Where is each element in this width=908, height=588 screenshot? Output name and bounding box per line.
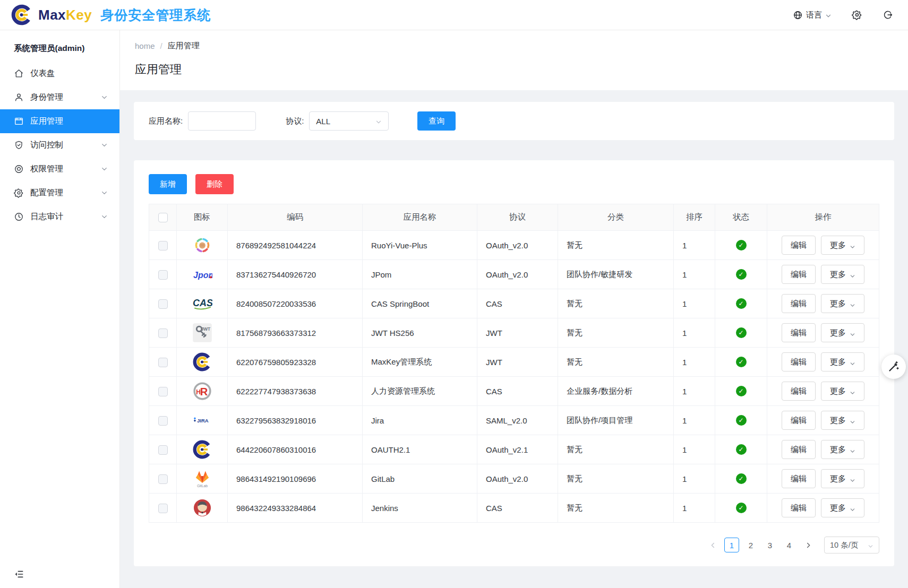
floating-tool-button[interactable] bbox=[881, 354, 906, 379]
sidebar-item-config[interactable]: 配置管理 bbox=[0, 181, 119, 205]
row-checkbox[interactable] bbox=[158, 387, 168, 396]
cell-code: 986431492190109696 bbox=[228, 464, 363, 494]
breadcrumb-current: 应用管理 bbox=[168, 41, 200, 51]
maxkey-logo bbox=[192, 351, 213, 373]
page-button-4[interactable]: 4 bbox=[782, 538, 796, 552]
prev-page-button[interactable] bbox=[705, 538, 720, 552]
cell-protocol: JWT bbox=[477, 348, 558, 377]
cell-code: 837136275440926720 bbox=[228, 260, 363, 289]
edit-button[interactable]: 编辑 bbox=[782, 323, 816, 342]
app-name-input[interactable] bbox=[188, 111, 256, 131]
cas-logo: CAS bbox=[192, 293, 213, 314]
table-row: HR622227747938373638人力资源管理系统CAS企业服务/数据分析… bbox=[149, 377, 879, 406]
more-button[interactable]: 更多 bbox=[821, 411, 864, 430]
row-checkbox[interactable] bbox=[158, 416, 168, 426]
sidebar-item-dashboard[interactable]: 仪表盘 bbox=[0, 62, 119, 85]
sidebar-item-identity[interactable]: 身份管理 bbox=[0, 85, 119, 109]
chevron-down-icon bbox=[850, 476, 855, 482]
row-checkbox[interactable] bbox=[158, 504, 168, 513]
sidebar-item-label: 身份管理 bbox=[30, 92, 101, 103]
cell-name: JPom bbox=[363, 260, 477, 289]
more-button[interactable]: 更多 bbox=[821, 469, 864, 488]
sidebar-item-access[interactable]: 访问控制 bbox=[0, 133, 119, 157]
app-window-icon bbox=[14, 116, 24, 126]
logout-icon[interactable] bbox=[883, 10, 893, 20]
edit-button[interactable]: 编辑 bbox=[782, 382, 816, 401]
shield-check-icon bbox=[14, 140, 24, 150]
cell-category: 暂无 bbox=[558, 289, 674, 318]
page-title: 应用管理 bbox=[135, 62, 893, 77]
language-switcher[interactable]: 语言 bbox=[793, 10, 832, 20]
table-header-row: 图标 编码 应用名称 协议 分类 排序 状态 操作 bbox=[149, 204, 879, 231]
gitlab-logo: GitLab bbox=[192, 468, 213, 489]
more-button[interactable]: 更多 bbox=[821, 323, 864, 342]
page-button-3[interactable]: 3 bbox=[763, 538, 777, 552]
status-active-icon: ✓ bbox=[736, 444, 747, 455]
row-checkbox[interactable] bbox=[158, 358, 168, 367]
next-page-button[interactable] bbox=[801, 538, 816, 552]
edit-button[interactable]: 编辑 bbox=[782, 469, 816, 488]
cell-category: 暂无 bbox=[558, 464, 674, 494]
cell-sort: 1 bbox=[674, 494, 715, 523]
row-checkbox[interactable] bbox=[158, 445, 168, 455]
protocol-select[interactable]: ALL bbox=[309, 111, 389, 131]
home-icon bbox=[14, 68, 24, 79]
edit-button[interactable]: 编辑 bbox=[782, 265, 816, 284]
edit-button[interactable]: 编辑 bbox=[782, 352, 816, 371]
delete-button[interactable]: 删除 bbox=[195, 174, 234, 194]
protocol-label: 协议: bbox=[286, 116, 304, 126]
select-all-checkbox[interactable] bbox=[158, 213, 168, 222]
more-button[interactable]: 更多 bbox=[821, 265, 864, 284]
cell-protocol: CAS bbox=[477, 377, 558, 406]
row-checkbox[interactable] bbox=[158, 270, 168, 280]
cell-protocol: OAuth_v2.1 bbox=[477, 435, 558, 464]
sidebar-item-permission[interactable]: 权限管理 bbox=[0, 157, 119, 181]
cell-category: 暂无 bbox=[558, 494, 674, 523]
cell-name: 人力资源管理系统 bbox=[363, 377, 477, 406]
jpom-logo: Jpom bbox=[192, 264, 213, 285]
more-button[interactable]: 更多 bbox=[821, 352, 864, 371]
settings-gear-icon[interactable] bbox=[852, 10, 862, 20]
cell-code: 644220607860310016 bbox=[228, 435, 363, 464]
add-button[interactable]: 新增 bbox=[149, 174, 187, 194]
edit-button[interactable]: 编辑 bbox=[782, 440, 816, 459]
edit-button[interactable]: 编辑 bbox=[782, 236, 816, 255]
row-checkbox[interactable] bbox=[158, 474, 168, 484]
cell-sort: 1 bbox=[674, 318, 715, 348]
pagination: 1 2 3 4 10 条/页 bbox=[149, 537, 879, 554]
page-button-1[interactable]: 1 bbox=[724, 538, 739, 552]
user-icon bbox=[14, 92, 24, 102]
col-code: 编码 bbox=[228, 204, 363, 231]
edit-button[interactable]: 编辑 bbox=[782, 498, 816, 517]
edit-button[interactable]: 编辑 bbox=[782, 294, 816, 313]
sidebar-item-label: 访问控制 bbox=[30, 140, 101, 151]
status-active-icon: ✓ bbox=[736, 357, 747, 367]
chevron-down-icon bbox=[101, 213, 108, 220]
col-status: 状态 bbox=[715, 204, 767, 231]
cell-category: 暂无 bbox=[558, 348, 674, 377]
table-row: 876892492581044224RuoYi-Vue-PlusOAuth_v2… bbox=[149, 231, 879, 260]
cell-name: JWT HS256 bbox=[363, 318, 477, 348]
more-button[interactable]: 更多 bbox=[821, 382, 864, 401]
table-row: JWT817568793663373312JWT HS256JWT暂无1✓编辑更… bbox=[149, 318, 879, 348]
breadcrumb-home[interactable]: home bbox=[135, 41, 155, 50]
page-size-select[interactable]: 10 条/页 bbox=[824, 537, 879, 554]
jenkins-logo bbox=[192, 497, 213, 518]
more-button[interactable]: 更多 bbox=[821, 236, 864, 255]
more-button[interactable]: 更多 bbox=[821, 498, 864, 517]
more-button[interactable]: 更多 bbox=[821, 294, 864, 313]
sidebar-item-audit[interactable]: 日志审计 bbox=[0, 205, 119, 229]
cell-sort: 1 bbox=[674, 348, 715, 377]
search-button[interactable]: 查询 bbox=[417, 111, 456, 131]
row-checkbox[interactable] bbox=[158, 299, 168, 309]
sidebar-item-apps[interactable]: 应用管理 bbox=[0, 109, 119, 133]
cell-name: Jira bbox=[363, 406, 477, 435]
row-checkbox[interactable] bbox=[158, 241, 168, 250]
row-checkbox[interactable] bbox=[158, 328, 168, 338]
more-button[interactable]: 更多 bbox=[821, 440, 864, 459]
collapse-sidebar-icon[interactable] bbox=[14, 569, 24, 580]
table-row: GitLab986431492190109696GitLabOAuth_v2.0… bbox=[149, 464, 879, 494]
page-button-2[interactable]: 2 bbox=[743, 538, 758, 552]
maxkey-logo-icon bbox=[11, 4, 33, 26]
edit-button[interactable]: 编辑 bbox=[782, 411, 816, 430]
